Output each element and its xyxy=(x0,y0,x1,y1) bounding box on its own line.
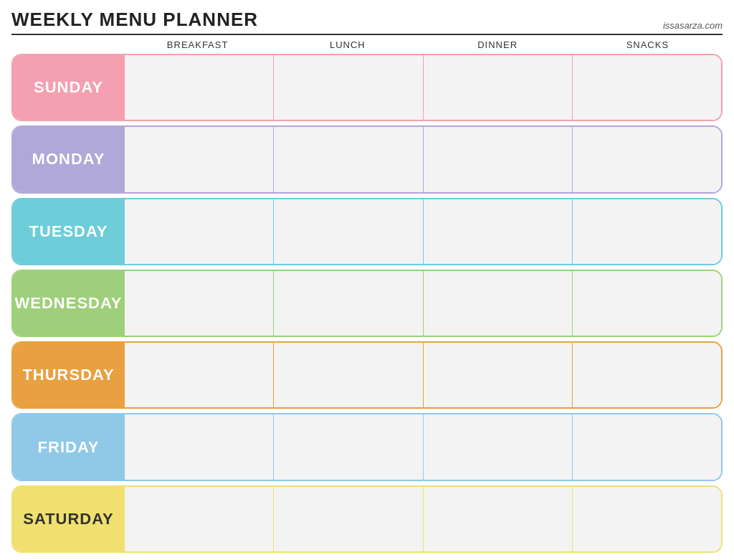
row-friday: Friday xyxy=(11,413,723,480)
wednesday-snacks[interactable] xyxy=(572,271,721,336)
day-label-saturday: Saturday xyxy=(13,487,124,551)
tuesday-snacks[interactable] xyxy=(572,199,721,264)
page-title: Weekly Menu Planner xyxy=(11,9,258,31)
row-wednesday: Wednesday xyxy=(11,270,723,337)
page-header: Weekly Menu Planner issasarza.com xyxy=(11,9,723,35)
saturday-lunch[interactable] xyxy=(273,487,422,551)
wednesday-lunch[interactable] xyxy=(273,271,422,336)
day-label-sunday: Sunday xyxy=(13,55,124,120)
row-monday: Monday xyxy=(11,125,723,193)
thursday-dinner[interactable] xyxy=(423,343,572,407)
sunday-lunch[interactable] xyxy=(273,55,422,120)
tuesday-breakfast[interactable] xyxy=(124,199,273,264)
day-label-tuesday: Tuesday xyxy=(13,199,124,264)
row-tuesday: Tuesday xyxy=(11,198,723,265)
col-header-empty xyxy=(11,39,123,50)
col-header-breakfast: Breakfast xyxy=(123,39,272,50)
wednesday-breakfast[interactable] xyxy=(124,271,273,336)
thursday-breakfast[interactable] xyxy=(124,343,273,407)
friday-lunch[interactable] xyxy=(273,414,422,479)
monday-lunch[interactable] xyxy=(273,127,422,191)
sunday-snacks[interactable] xyxy=(572,55,721,120)
friday-breakfast[interactable] xyxy=(124,414,273,479)
planner-grid: Sunday Monday Tuesday Wednesday xyxy=(11,54,723,553)
row-thursday: Thursday xyxy=(11,341,723,409)
monday-dinner[interactable] xyxy=(423,127,572,191)
col-header-lunch: Lunch xyxy=(272,39,422,50)
friday-snacks[interactable] xyxy=(572,414,721,479)
thursday-snacks[interactable] xyxy=(572,343,721,407)
day-label-thursday: Thursday xyxy=(13,343,124,407)
day-label-monday: Monday xyxy=(13,127,124,191)
saturday-dinner[interactable] xyxy=(423,487,572,551)
sunday-dinner[interactable] xyxy=(423,55,572,120)
sunday-breakfast[interactable] xyxy=(124,55,273,120)
wednesday-dinner[interactable] xyxy=(423,271,572,336)
website-label: issasarza.com xyxy=(663,20,723,31)
saturday-snacks[interactable] xyxy=(572,487,721,551)
row-saturday: Saturday xyxy=(11,485,723,553)
tuesday-lunch[interactable] xyxy=(273,199,422,264)
saturday-breakfast[interactable] xyxy=(124,487,273,551)
day-label-friday: Friday xyxy=(13,414,124,479)
thursday-lunch[interactable] xyxy=(273,343,422,407)
tuesday-dinner[interactable] xyxy=(423,199,572,264)
friday-dinner[interactable] xyxy=(423,414,572,479)
day-label-wednesday: Wednesday xyxy=(13,271,124,336)
monday-snacks[interactable] xyxy=(572,127,721,191)
monday-breakfast[interactable] xyxy=(124,127,273,191)
column-headers: Breakfast Lunch Dinner Snacks xyxy=(11,39,723,50)
page: Weekly Menu Planner issasarza.com Breakf… xyxy=(0,0,734,560)
col-header-dinner: Dinner xyxy=(423,39,573,50)
col-header-snacks: Snacks xyxy=(573,39,723,50)
row-sunday: Sunday xyxy=(11,54,723,121)
